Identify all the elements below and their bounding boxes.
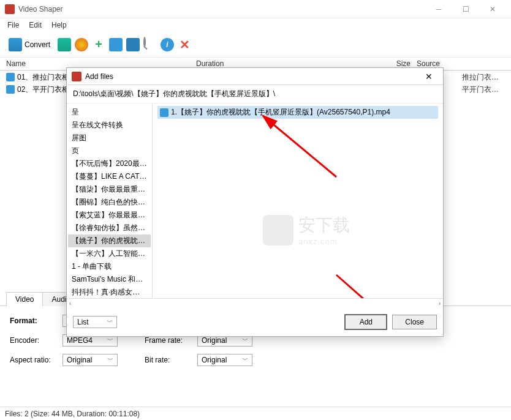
maximize-button[interactable]: ☐ — [452, 1, 479, 18]
tree-item[interactable]: 【徐睿知仿妆】虽然是精神 — [68, 222, 151, 234]
tree-item[interactable]: 【不玩后悔】2020最美的 — [68, 157, 151, 170]
window-titlebar: Video Shaper ─ ☐ ✕ — [0, 0, 511, 18]
view-mode-dropdown[interactable]: List﹀ — [73, 316, 117, 328]
list-icon[interactable] — [126, 38, 140, 51]
svg-line-1 — [336, 275, 388, 298]
label-format: Format: — [10, 317, 62, 325]
file-item-label: 1.【姚子】你的虎视眈眈【手机竖屏近景版】(Av25657540,P1).mp4 — [171, 107, 390, 118]
tree-item[interactable]: 呈 — [68, 106, 151, 119]
tree-item[interactable]: 【一米六】人工智能爱酱♥ — [68, 247, 151, 260]
add-files-dialog: Add files ✕ D:\tools\桌面\视频\【姚子】你的虎视眈眈【手机… — [66, 67, 444, 337]
file-source: 推拉门衣… — [462, 72, 505, 83]
equalizer-icon[interactable] — [58, 38, 71, 51]
add-icon[interactable]: + — [92, 38, 105, 51]
status-bar: Files: 2 (Size: 44 MB, Duration: 00:11:0… — [0, 407, 511, 420]
label-encoder: Encoder: — [10, 336, 62, 345]
app-icon — [5, 4, 15, 14]
document-icon[interactable] — [109, 38, 123, 51]
film-icon — [9, 38, 22, 51]
col-duration[interactable]: Duration — [196, 59, 355, 68]
status-text: Files: 2 (Size: 44 MB, Duration: 00:11:0… — [5, 410, 140, 418]
add-button[interactable]: Add — [344, 314, 387, 330]
tree-item[interactable]: 【蔓蔓】LIKE A CAT~猫猫 — [68, 170, 151, 183]
chevron-down-icon: ﹀ — [107, 356, 113, 364]
window-title: Video Shaper — [18, 5, 425, 13]
video-file-icon — [160, 108, 168, 117]
file-icon — [6, 73, 15, 81]
svg-line-0 — [263, 116, 336, 177]
tree-item[interactable]: 抖抖抖！真·肉感女孩的活 — [68, 286, 151, 298]
close-button[interactable]: Close — [392, 315, 437, 329]
search-icon[interactable] — [143, 38, 157, 51]
aspect-dropdown[interactable]: Original﹀ — [62, 354, 118, 366]
tree-item[interactable]: 【猫柒】你最最最重要 高 — [68, 183, 151, 196]
col-name[interactable]: Name — [6, 59, 196, 68]
label-fps: Frame rate: — [145, 336, 197, 345]
tree-item[interactable]: 【圈锦】纯白色的快乐～这 — [68, 196, 151, 209]
folder-tree[interactable]: 呈呈在线文件转换屏图页【不玩后悔】2020最美的【蔓蔓】LIKE A CAT~猫… — [67, 103, 153, 298]
dialog-close-button[interactable]: ✕ — [420, 70, 438, 83]
tree-item[interactable]: 屏图 — [68, 132, 151, 144]
app-icon — [72, 72, 81, 81]
close-button[interactable]: ✕ — [479, 1, 506, 18]
tree-scrollbar[interactable]: ‹ › — [67, 298, 443, 308]
tree-item[interactable]: SamTsui's Music 和Cas — [68, 273, 151, 286]
file-source: 平开门衣… — [462, 84, 505, 95]
chevron-down-icon: ﹀ — [242, 336, 248, 345]
chevron-down-icon: ﹀ — [107, 318, 113, 326]
convert-button[interactable]: Convert — [5, 36, 54, 54]
dialog-path: D:\tools\桌面\视频\【姚子】你的虎视眈眈【手机竖屏近景版】\ — [67, 85, 443, 103]
toolbar: Convert + i ✕ — [0, 32, 511, 58]
menu-bar: File Edit Help — [0, 18, 511, 32]
file-pane[interactable]: 1.【姚子】你的虎视眈眈【手机竖屏近景版】(Av25657540,P1).mp4… — [153, 103, 443, 298]
menu-help[interactable]: Help — [48, 20, 70, 31]
annotation-arrow — [251, 110, 355, 183]
label-aspect: Aspect ratio: — [10, 356, 62, 364]
watermark: 安下载 anxz.com — [263, 214, 350, 246]
menu-edit[interactable]: Edit — [25, 20, 45, 31]
tree-item[interactable]: 呈在线文件转换 — [68, 119, 151, 132]
dialog-title: Add files — [85, 72, 420, 81]
chevron-down-icon: ﹀ — [242, 356, 248, 364]
annotation-arrow — [330, 269, 404, 298]
bag-icon — [263, 215, 293, 246]
label-bitrate: Bit rate: — [145, 356, 197, 364]
file-item[interactable]: 1.【姚子】你的虎视眈眈【手机竖屏近景版】(Av25657540,P1).mp4 — [157, 106, 438, 119]
menu-file[interactable]: File — [4, 20, 23, 31]
col-source[interactable]: Source — [417, 59, 505, 68]
tree-item[interactable]: 页 — [68, 144, 151, 157]
scroll-left-icon[interactable]: ‹ — [69, 300, 71, 307]
minimize-button[interactable]: ─ — [425, 1, 452, 18]
dialog-titlebar: Add files ✕ — [67, 68, 443, 85]
chevron-down-icon: ﹀ — [107, 336, 113, 345]
info-icon[interactable]: i — [161, 38, 174, 51]
col-size[interactable]: Size — [355, 59, 417, 68]
tree-item[interactable]: 1 - 单曲下载 — [68, 260, 151, 273]
remove-icon[interactable]: ✕ — [178, 38, 191, 51]
tree-item[interactable]: 【姚子】你的虎视眈眈【手 — [68, 234, 151, 247]
tree-item[interactable]: 【索艾蓝】你最最最最重 — [68, 209, 151, 222]
convert-label: Convert — [25, 40, 50, 49]
scroll-right-icon[interactable]: › — [439, 300, 441, 307]
tab-video[interactable]: Video — [6, 292, 43, 306]
disc-icon[interactable] — [75, 38, 88, 51]
bitrate-dropdown[interactable]: Original﹀ — [197, 354, 252, 366]
file-icon — [6, 85, 15, 94]
